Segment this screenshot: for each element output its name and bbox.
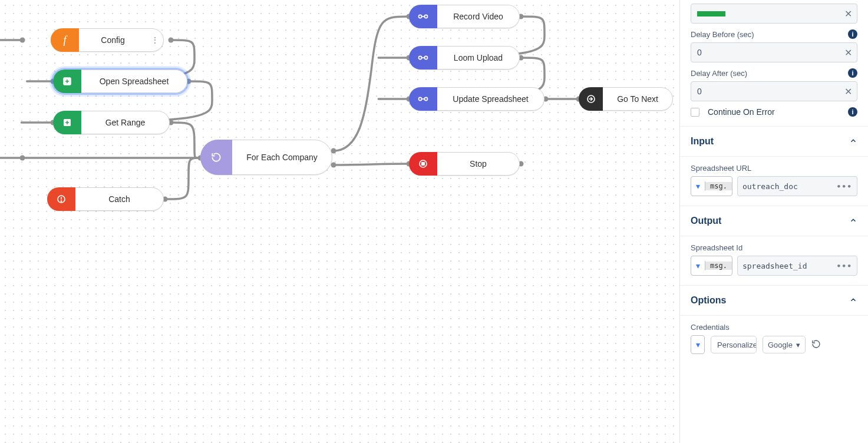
node-for-each[interactable]: For Each Company	[200, 140, 332, 175]
info-icon[interactable]: i	[848, 68, 857, 78]
flow-canvas[interactable]: f Config ⋮ Open Spreadsheet Get Range Fo…	[0, 0, 679, 443]
node-label: Config	[79, 29, 147, 51]
properties-panel[interactable]: ✕ Delay Before (sec) i ✕ Delay After (se…	[679, 0, 868, 443]
delay-after-input[interactable]: ✕	[691, 81, 857, 101]
svg-point-28	[61, 201, 61, 201]
node-go-to-next[interactable]: Go To Next	[579, 87, 673, 111]
node-label: Update Spreadsheet	[437, 88, 544, 110]
refresh-icon[interactable]	[811, 339, 821, 351]
spreadsheet-icon	[53, 111, 81, 134]
loop-icon	[200, 140, 232, 175]
spreadsheet-id-value: spreadsheet_id	[742, 262, 807, 270]
input-section-title: Input	[691, 136, 714, 147]
credentials-label: Credentials	[691, 323, 730, 332]
chevron-down-icon: ▾	[691, 181, 705, 191]
node-get-range[interactable]: Get Range	[53, 111, 170, 134]
section-input-header[interactable]: Input	[680, 127, 868, 157]
node-label: Go To Next	[603, 88, 672, 110]
link-icon	[409, 87, 437, 111]
node-label: Get Range	[81, 111, 169, 134]
msg-prefix: msg.	[705, 182, 732, 190]
node-label: Record Video	[437, 5, 519, 28]
node-label: Stop	[437, 153, 519, 175]
node-menu-button[interactable]: ⋮	[147, 29, 163, 51]
info-icon[interactable]: i	[848, 107, 857, 117]
node-catch[interactable]: Catch	[47, 187, 164, 211]
arrow-right-icon	[579, 87, 603, 111]
delay-before-label: Delay Before (sec)	[691, 30, 754, 39]
node-stop[interactable]: Stop	[409, 152, 520, 176]
svg-point-0	[20, 38, 25, 43]
checkbox[interactable]	[691, 108, 699, 117]
svg-rect-41	[422, 163, 425, 166]
spreadsheet-url-input[interactable]: outreach_doc •••	[737, 176, 857, 196]
node-record-video[interactable]: Record Video	[409, 5, 520, 28]
section-options-header[interactable]: Options	[680, 286, 868, 316]
node-open-spreadsheet[interactable]: Open Spreadsheet	[53, 70, 187, 93]
link-icon	[409, 46, 437, 70]
spreadsheet-id-input[interactable]: spreadsheet_id •••	[737, 256, 857, 276]
clear-icon[interactable]: ✕	[843, 86, 853, 97]
svg-point-1	[20, 156, 25, 161]
clear-icon[interactable]: ✕	[843, 47, 853, 58]
credential-type-dropdown[interactable]: ▾	[691, 335, 705, 354]
chevron-down-icon: ▾	[796, 340, 800, 349]
more-icon[interactable]: •••	[837, 262, 852, 270]
spreadsheet-url-value: outreach_doc	[742, 182, 798, 191]
chevron-up-icon	[849, 296, 857, 306]
continue-on-error-row[interactable]: Continue On Error i	[691, 107, 857, 117]
clear-icon[interactable]: ✕	[843, 8, 853, 19]
node-label: For Each Company	[232, 140, 332, 174]
name-input-row[interactable]: ✕	[691, 4, 857, 24]
node-loom-upload[interactable]: Loom Upload	[409, 46, 520, 70]
output-section-title: Output	[691, 216, 721, 226]
section-output-header[interactable]: Output	[680, 206, 868, 236]
delay-after-label: Delay After (sec)	[691, 69, 747, 78]
chevron-up-icon	[849, 216, 857, 226]
function-icon: f	[51, 28, 79, 52]
delay-after-field[interactable]	[697, 87, 843, 96]
spreadsheet-icon	[53, 70, 81, 93]
continue-on-error-label: Continue On Error	[708, 107, 775, 117]
node-update-spreadsheet[interactable]: Update Spreadsheet	[409, 87, 544, 111]
node-config[interactable]: f Config ⋮	[51, 28, 164, 52]
link-icon	[409, 5, 437, 28]
msg-type-selector[interactable]: ▾ msg.	[691, 176, 732, 196]
msg-prefix: msg.	[705, 262, 732, 270]
svg-point-2	[169, 38, 174, 43]
chevron-up-icon	[849, 137, 857, 147]
color-swatch	[697, 11, 725, 16]
node-label: Open Spreadsheet	[81, 70, 187, 92]
node-label: Catch	[75, 188, 163, 210]
node-label: Loom Upload	[437, 47, 519, 69]
msg-type-selector[interactable]: ▾ msg.	[691, 256, 732, 276]
credential-google-select[interactable]: Google ▾	[763, 336, 806, 353]
options-section-title: Options	[691, 295, 726, 306]
more-icon[interactable]: •••	[837, 182, 852, 191]
spreadsheet-url-label: Spreadsheet URL	[691, 164, 751, 173]
delay-before-field[interactable]	[697, 48, 843, 57]
chevron-down-icon: ▾	[691, 261, 705, 270]
stop-icon	[409, 152, 437, 176]
spreadsheet-id-label: Spreadsheet Id	[691, 243, 742, 252]
credential-personalize[interactable]: Personalize	[711, 336, 757, 353]
info-icon[interactable]: i	[848, 29, 857, 39]
delay-before-input[interactable]: ✕	[691, 42, 857, 62]
error-icon	[47, 187, 75, 211]
credential-personalize-label: Personalize	[717, 340, 757, 349]
credential-google-label: Google	[768, 340, 793, 349]
